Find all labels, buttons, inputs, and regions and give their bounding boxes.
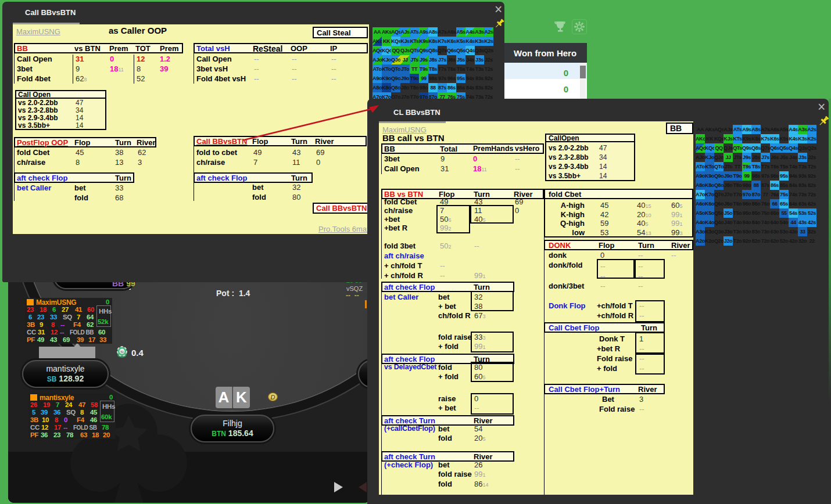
svg-text:50: 50 [120,350,124,354]
